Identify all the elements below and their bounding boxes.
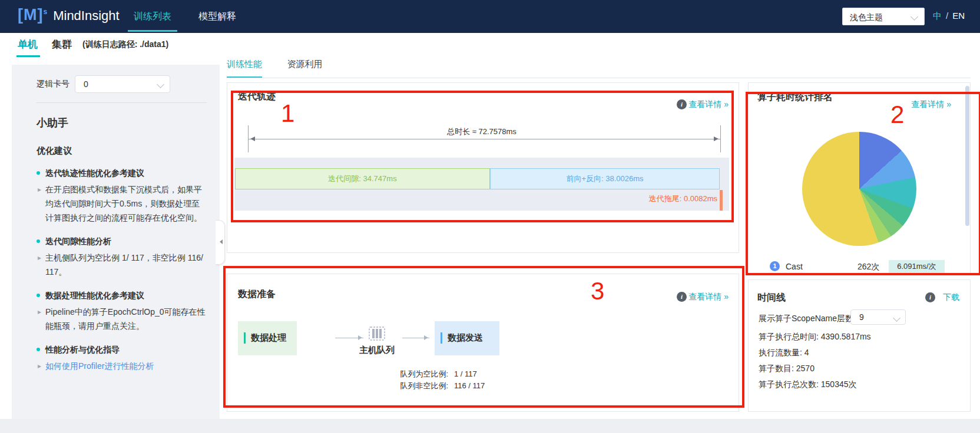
logic-card-label: 逻辑卡号 bbox=[37, 79, 69, 89]
total-duration-label: 总时长 ≈ 72.7578ms bbox=[234, 126, 729, 137]
iteration-tail-label: 迭代拖尾: 0.0082ms bbox=[649, 194, 717, 204]
info-icon[interactable]: i bbox=[677, 99, 687, 109]
page-bottom-strip bbox=[0, 419, 980, 433]
theme-select-value: 浅色主题 bbox=[850, 12, 883, 22]
rank-badge: 1 bbox=[770, 261, 780, 271]
sub-navbar: 单机 集群 (训练日志路径: ./data1) bbox=[0, 33, 980, 59]
suggestion-item-desc: ▸主机侧队列为空比例 1/ 117，非空比例 116/ 117。 bbox=[37, 251, 207, 279]
bullet-icon bbox=[37, 294, 40, 297]
assistant-sidebar: 逻辑卡号 0 小助手 优化建议 迭代轨迹性能优化参考建议 ▸在开启图模式和数据集… bbox=[12, 65, 220, 419]
double-arrow-line bbox=[249, 139, 720, 139]
logic-card-row: 逻辑卡号 0 bbox=[37, 75, 207, 93]
suggestion-item-desc: ▸如何使用Profiler进行性能分析 bbox=[37, 359, 207, 373]
assistant-title: 小助手 bbox=[37, 116, 207, 130]
data-send-node[interactable]: 数据发送 bbox=[435, 321, 499, 355]
host-queue-node[interactable]: 主机队列 bbox=[352, 326, 402, 356]
timeline-panel: 时间线 i 下载 展示算子ScopeName层数: 9 算子执行总时间: 439… bbox=[748, 279, 971, 412]
panel-title: 迭代轨迹 bbox=[238, 91, 276, 103]
suggestions-title: 优化建议 bbox=[37, 145, 207, 156]
view-details-link[interactable]: 查看详情 » bbox=[688, 292, 729, 302]
scrollbar-thumb[interactable] bbox=[965, 86, 969, 226]
trace-segments-container: 迭代间隙: 34.747ms 前向+反向: 38.0026ms 迭代拖尾: 0.… bbox=[234, 158, 729, 211]
tab-training-performance[interactable]: 训练性能 bbox=[227, 59, 262, 78]
iteration-tail-bar[interactable] bbox=[720, 190, 723, 211]
op-exec-count: 算子执行总次数: 150345次 bbox=[759, 379, 857, 390]
theme-select[interactable]: 浅色主题 bbox=[842, 8, 925, 25]
lang-zh-link[interactable]: 中 bbox=[933, 11, 942, 22]
suggestion-item-desc: ▸Pipeline中的算子EpochCtrlOp_0可能存在性能瓶颈，请用户重点… bbox=[37, 305, 207, 333]
op-total-time: 算子执行总时间: 4390.5817ms bbox=[759, 332, 871, 342]
nav-tabs: 训练列表 模型解释 bbox=[127, 0, 256, 33]
op-count: 算子数目: 2570 bbox=[759, 364, 815, 374]
suggestion-item-title: 数据处理性能优化参考建议 bbox=[37, 291, 207, 301]
lang-en-link[interactable]: EN bbox=[952, 11, 965, 22]
operator-name: Cast bbox=[786, 262, 803, 271]
scope-depth-value: 9 bbox=[859, 312, 864, 322]
triangle-right-icon: ▸ bbox=[38, 182, 41, 225]
triangle-right-icon: ▸ bbox=[38, 251, 41, 279]
total-duration-ruler: 总时长 ≈ 72.7578ms bbox=[234, 125, 729, 155]
triangle-right-icon: ▸ bbox=[38, 359, 41, 373]
scope-depth-select[interactable]: 9 bbox=[850, 309, 906, 325]
active-tab-underline bbox=[16, 55, 40, 57]
data-process-label: 数据处理 bbox=[244, 332, 297, 344]
queue-empty-ratio: 队列为空比例: 1 / 117 bbox=[298, 368, 604, 380]
chevron-down-icon bbox=[911, 13, 918, 21]
forward-backward-bar[interactable]: 前向+反向: 38.0026ms bbox=[490, 168, 720, 189]
data-send-label: 数据发送 bbox=[441, 332, 499, 344]
suggestion-item: 迭代轨迹性能优化参考建议 ▸在开启图模式和数据集下沉模式后，如果平均迭代间隙时间… bbox=[37, 168, 207, 225]
profiler-help-link[interactable]: 如何使用Profiler进行性能分析 bbox=[45, 359, 207, 373]
mindinsight-logo[interactable]: [M]s MindInsight bbox=[18, 6, 120, 24]
operator-avg-time: 6.091ms/次 bbox=[889, 260, 945, 273]
chevron-down-icon bbox=[157, 81, 164, 88]
suggestion-item-desc: ▸在开启图模式和数据集下沉模式后，如果平均迭代间隙时间大于0.5ms，则数据处理… bbox=[37, 182, 207, 225]
operator-count: 262次 bbox=[858, 262, 879, 272]
operator-pie-chart[interactable] bbox=[802, 132, 916, 246]
tab-resource-utilization[interactable]: 资源利用 bbox=[287, 59, 322, 76]
suggestion-item: 迭代间隙性能分析 ▸主机侧队列为空比例 1/ 117，非空比例 116/ 117… bbox=[37, 237, 207, 279]
bullet-icon bbox=[37, 239, 40, 243]
host-queue-icon bbox=[366, 326, 388, 341]
sidebar-collapse-handle[interactable] bbox=[216, 220, 225, 265]
suggestion-item-title: 迭代轨迹性能优化参考建议 bbox=[37, 168, 207, 179]
suggestion-item-title: 性能分析与优化指导 bbox=[37, 345, 207, 355]
panel-title: 数据准备 bbox=[238, 288, 276, 301]
stream-count: 执行流数量: 4 bbox=[759, 348, 809, 358]
scope-depth-label: 展示算子ScopeName层数: bbox=[759, 311, 856, 326]
suggestion-item: 数据处理性能优化参考建议 ▸Pipeline中的算子EpochCtrlOp_0可… bbox=[37, 291, 207, 333]
iteration-gap-bar[interactable]: 迭代间隙: 34.747ms bbox=[235, 168, 490, 189]
tab-single-machine[interactable]: 单机 bbox=[18, 38, 38, 51]
info-icon[interactable]: i bbox=[925, 292, 935, 302]
bullet-icon bbox=[37, 348, 40, 351]
view-details-link[interactable]: 查看详情 » bbox=[911, 99, 951, 110]
logo-superscript: s bbox=[43, 8, 47, 16]
sidebar-divider bbox=[37, 102, 207, 103]
iteration-trace-panel: 迭代轨迹 i 查看详情 » 总时长 ≈ 72.7578ms 迭代间隙: 34.7… bbox=[227, 82, 739, 253]
chevron-down-icon bbox=[893, 314, 900, 322]
legend-row[interactable]: 1 Cast 262次 6.091ms/次 bbox=[749, 260, 971, 274]
language-switch: 中 / EN bbox=[933, 11, 965, 22]
flow-arrow-icon bbox=[402, 338, 429, 338]
nav-tab-training-list[interactable]: 训练列表 bbox=[127, 0, 178, 33]
view-details-link[interactable]: 查看详情 » bbox=[688, 99, 729, 110]
lang-separator: / bbox=[946, 11, 948, 22]
triangle-left-icon bbox=[217, 239, 223, 244]
info-icon[interactable]: i bbox=[677, 292, 687, 302]
queue-ratio-stats: 队列为空比例: 1 / 117 队列非空比例: 116 / 117 bbox=[298, 368, 604, 392]
data-preparation-panel: 数据准备 i 查看详情 » 数据处理 主机队列 数据发送 队列为空比例: 1 /… bbox=[227, 274, 739, 412]
logic-card-select[interactable]: 0 bbox=[75, 75, 170, 93]
top-navbar: [M]s MindInsight 训练列表 模型解释 浅色主题 中 / EN bbox=[0, 0, 980, 33]
logic-card-value: 0 bbox=[84, 79, 88, 89]
panel-title: 时间线 bbox=[757, 292, 786, 304]
nav-tab-model-explain[interactable]: 模型解释 bbox=[191, 0, 243, 33]
queue-nonempty-ratio: 队列非空比例: 116 / 117 bbox=[298, 380, 604, 392]
download-link[interactable]: 下载 bbox=[943, 292, 959, 303]
host-queue-label: 主机队列 bbox=[352, 345, 402, 356]
data-process-node[interactable]: 数据处理 bbox=[238, 321, 297, 355]
training-log-path: (训练日志路径: ./data1) bbox=[82, 39, 168, 50]
logo-bracket: [M] bbox=[18, 6, 43, 24]
tab-cluster[interactable]: 集群 bbox=[52, 38, 72, 51]
logo-text: MindInsight bbox=[53, 8, 120, 24]
bullet-icon bbox=[37, 171, 40, 175]
suggestion-item-title: 迭代间隙性能分析 bbox=[37, 237, 207, 247]
